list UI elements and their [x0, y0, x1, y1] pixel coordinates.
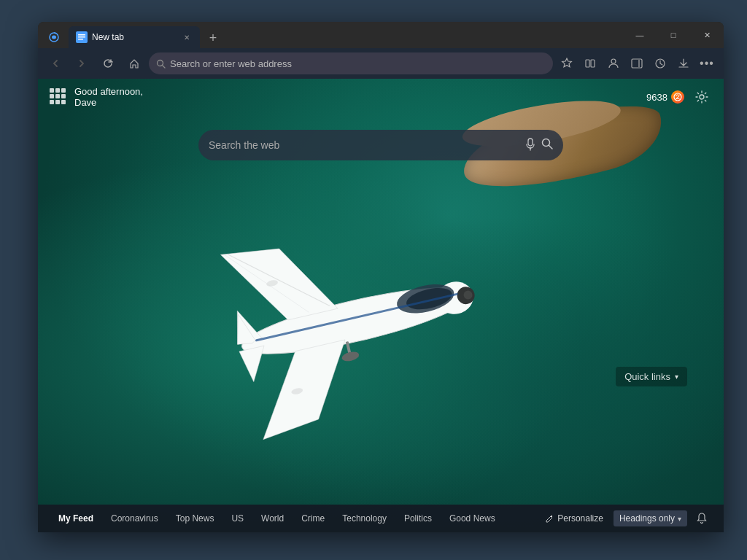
news-tab-politics[interactable]: Politics — [395, 505, 441, 532]
address-text: Search or enter web address — [170, 58, 546, 69]
chevron-down-icon: ▾ — [678, 515, 681, 523]
profile-btn[interactable] — [603, 52, 624, 74]
tab-title: New tab — [92, 32, 177, 42]
search-box[interactable]: Search the web — [198, 130, 563, 160]
pencil-icon — [545, 514, 554, 523]
tab-close-button[interactable]: ✕ — [181, 31, 193, 43]
title-bar: New tab ✕ + — □ ✕ — [38, 22, 724, 48]
rewards-icon — [671, 90, 684, 104]
refresh-button[interactable] — [96, 52, 120, 75]
bell-icon — [696, 512, 708, 524]
favorites-icon-btn[interactable] — [556, 52, 578, 74]
sidebar-icon — [631, 58, 643, 69]
back-button[interactable] — [44, 52, 67, 75]
toolbar-right: ••• — [556, 52, 718, 74]
maximize-button[interactable]: □ — [657, 22, 690, 48]
profile-icon — [608, 58, 619, 69]
quick-links-chevron: ▾ — [675, 373, 678, 381]
active-tab[interactable]: New tab ✕ — [69, 26, 200, 48]
greeting-area: Good afternoon, Dave — [50, 86, 143, 108]
svg-rect-2 — [78, 36, 85, 38]
history-icon — [654, 58, 666, 69]
gear-icon — [695, 90, 708, 104]
apps-menu-button[interactable] — [50, 88, 67, 106]
rewards-score: 9638 — [646, 92, 667, 103]
svg-point-0 — [52, 36, 56, 39]
svg-rect-9 — [632, 59, 642, 68]
apps-dot — [50, 88, 54, 93]
quick-links-label: Quick links — [624, 371, 670, 382]
new-tab-page: Good afternoon, Dave 9638 — [38, 79, 724, 532]
new-tab-button[interactable]: + — [203, 28, 223, 48]
headings-dropdown[interactable]: Headings only ▾ — [614, 510, 687, 526]
search-icon — [541, 138, 553, 149]
edge-icon — [47, 31, 61, 44]
home-button[interactable] — [123, 52, 146, 75]
refresh-icon — [103, 58, 113, 69]
tab-bar: New tab ✕ + — [42, 22, 223, 48]
settings-button[interactable] — [692, 87, 712, 107]
news-tab-world[interactable]: World — [252, 505, 293, 532]
collections-btn[interactable] — [579, 52, 601, 74]
apps-dot — [61, 100, 66, 104]
news-tab-us[interactable]: US — [222, 505, 252, 532]
collections-icon — [584, 58, 596, 69]
svg-rect-34 — [528, 139, 533, 146]
apps-dot — [55, 100, 60, 104]
search-input[interactable]: Search the web — [209, 139, 519, 151]
microphone-button[interactable] — [525, 138, 535, 153]
airplane-image — [95, 139, 618, 510]
svg-point-8 — [611, 59, 616, 63]
greeting-text: Good afternoon, Dave — [74, 86, 143, 108]
address-bar[interactable]: Search or enter web address — [149, 52, 553, 74]
window-controls: — □ ✕ — [623, 22, 724, 48]
headings-label: Headings only — [619, 513, 675, 524]
tab-favicon — [76, 31, 88, 43]
svg-point-29 — [341, 350, 360, 362]
apps-dot — [55, 88, 60, 93]
notifications-button[interactable] — [692, 512, 712, 526]
svg-point-33 — [700, 95, 704, 99]
apps-dot — [50, 94, 54, 98]
toolbar: Search or enter web address — [38, 48, 724, 79]
forward-button[interactable] — [70, 52, 93, 75]
desktop: New tab ✕ + — □ ✕ — [0, 0, 747, 560]
forward-icon — [77, 59, 86, 68]
news-tab-crime[interactable]: Crime — [293, 505, 333, 532]
home-icon — [129, 58, 139, 69]
svg-line-5 — [163, 65, 166, 68]
news-tab-myfeed[interactable]: My Feed — [50, 505, 102, 532]
browser-window: New tab ✕ + — □ ✕ — [38, 22, 724, 532]
star-icon — [561, 58, 573, 69]
minimize-button[interactable]: — — [623, 22, 657, 48]
news-tab-topnews[interactable]: Top News — [167, 505, 223, 532]
news-tab-technology[interactable]: Technology — [333, 505, 395, 532]
quick-links-container: Quick links ▾ — [616, 367, 687, 386]
close-button[interactable]: ✕ — [690, 22, 724, 48]
personalize-label: Personalize — [557, 513, 603, 524]
microphone-icon — [525, 138, 535, 151]
news-tab-goodnews[interactable]: Good News — [441, 505, 504, 532]
apps-dot — [61, 94, 66, 98]
search-button[interactable] — [541, 138, 553, 152]
downloads-icon — [678, 58, 689, 69]
downloads-btn[interactable] — [673, 52, 694, 74]
back-icon — [51, 59, 60, 68]
search-container: Search the web — [198, 130, 563, 160]
quick-links-button[interactable]: Quick links ▾ — [616, 367, 687, 386]
address-search-icon — [156, 59, 166, 69]
rewards-badge[interactable]: 9638 — [646, 90, 684, 104]
sidebar-btn[interactable] — [626, 52, 648, 74]
apps-dot — [61, 88, 66, 93]
personalize-button[interactable]: Personalize — [539, 510, 609, 526]
history-btn[interactable] — [649, 52, 671, 74]
news-tab-coronavirus[interactable]: Coronavirus — [102, 505, 167, 532]
apps-dot — [50, 100, 54, 104]
svg-line-37 — [549, 146, 553, 149]
top-right-controls: 9638 — [646, 87, 712, 107]
apps-dot — [55, 94, 60, 98]
news-bar-right: Personalize Headings only ▾ — [539, 510, 712, 526]
more-button[interactable]: ••• — [696, 52, 718, 74]
newtab-topbar: Good afternoon, Dave 9638 — [38, 79, 724, 115]
svg-rect-6 — [586, 60, 589, 67]
